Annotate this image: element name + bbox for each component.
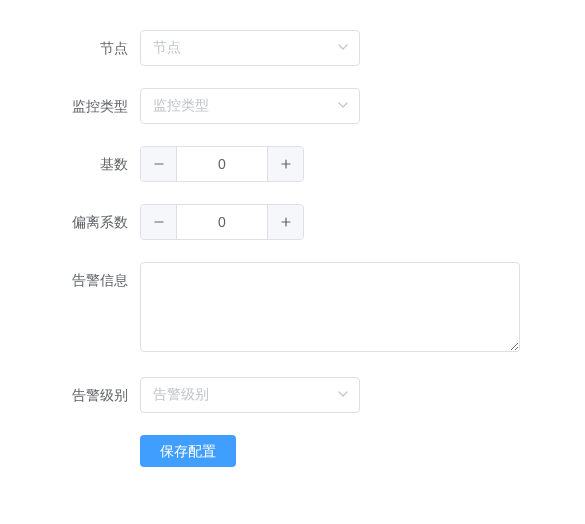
deviation-increase-button[interactable] [267,205,303,239]
chevron-down-icon [337,40,349,56]
chevron-down-icon [337,387,349,403]
control-submit: 保存配置 [140,435,545,471]
label-monitor-type: 监控类型 [40,88,140,124]
row-base: 基数 [40,146,545,182]
control-monitor-type: 监控类型 [140,88,545,124]
deviation-decrease-button[interactable] [141,205,177,239]
label-node: 节点 [40,30,140,66]
control-base [140,146,545,182]
chevron-down-icon [337,98,349,114]
control-node: 节点 [140,30,545,66]
control-alarm-level: 告警级别 [140,377,545,413]
row-submit: 保存配置 [40,435,545,471]
base-decrease-button[interactable] [141,147,177,181]
select-alarm-level[interactable]: 告警级别 [140,377,360,413]
label-alarm-info: 告警信息 [40,262,140,298]
deviation-value-input[interactable] [177,205,267,239]
base-increase-button[interactable] [267,147,303,181]
select-node-placeholder: 节点 [153,39,181,57]
select-alarm-level-placeholder: 告警级别 [153,386,209,404]
minus-icon [154,217,164,227]
control-deviation [140,204,545,240]
label-alarm-level: 告警级别 [40,377,140,413]
plus-icon [281,159,291,169]
save-config-button[interactable]: 保存配置 [140,435,236,467]
row-alarm-info: 告警信息 [40,262,545,355]
number-input-deviation [140,204,304,240]
select-monitor-type[interactable]: 监控类型 [140,88,360,124]
row-deviation: 偏离系数 [40,204,545,240]
row-node: 节点 节点 [40,30,545,66]
row-monitor-type: 监控类型 监控类型 [40,88,545,124]
minus-icon [154,159,164,169]
control-alarm-info [140,262,545,355]
label-deviation: 偏离系数 [40,204,140,240]
label-base: 基数 [40,146,140,182]
number-input-base [140,146,304,182]
select-node[interactable]: 节点 [140,30,360,66]
row-alarm-level: 告警级别 告警级别 [40,377,545,413]
select-monitor-type-placeholder: 监控类型 [153,97,209,115]
plus-icon [281,217,291,227]
base-value-input[interactable] [177,147,267,181]
alarm-info-textarea[interactable] [140,262,520,352]
